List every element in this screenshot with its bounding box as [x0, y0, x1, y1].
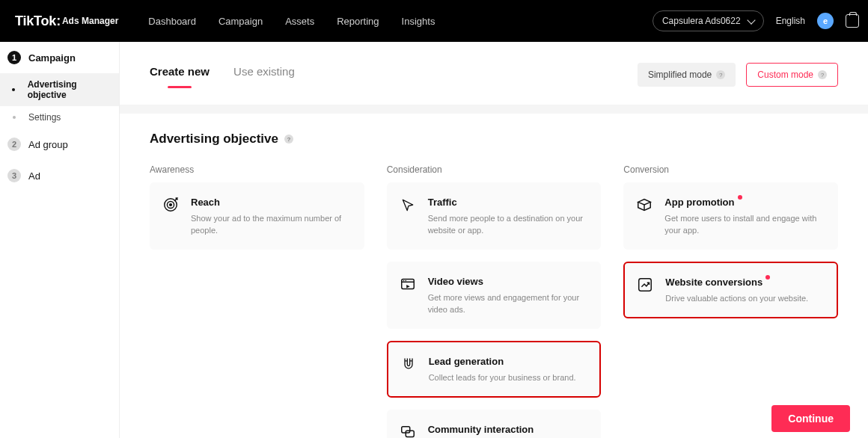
logo: TikTok: [15, 13, 61, 29]
step-number: 3 [7, 169, 21, 182]
objective-video-views[interactable]: Video views Get more views and engagemen… [387, 262, 602, 329]
step-ad[interactable]: 3 Ad [0, 160, 119, 191]
box-download-icon [635, 195, 654, 215]
step-label: Ad group [28, 139, 68, 150]
account-name: Capsulera Ads0622 [662, 16, 741, 26]
mode-switch-group: Simplified mode ? Custom mode ? [638, 63, 838, 87]
step-campaign[interactable]: 1 Campaign [0, 42, 119, 73]
objective-community-interaction[interactable]: Community interaction [387, 410, 602, 438]
mode-label: Simplified mode [648, 70, 712, 80]
step-label: Ad [28, 170, 40, 182]
cursor-icon [398, 195, 418, 215]
step-label: Campaign [28, 52, 76, 64]
nav-insights[interactable]: Insights [402, 16, 435, 27]
nav-reporting[interactable]: Reporting [337, 16, 379, 27]
objective-title: Video views [428, 276, 483, 287]
svg-point-4 [403, 280, 403, 281]
objective-desc: Get more views and engagement for your v… [428, 292, 590, 316]
substep-label: Advertising objective [28, 79, 111, 100]
top-nav: Dashboard Campaign Assets Reporting Insi… [148, 16, 435, 27]
simplified-mode-button[interactable]: Simplified mode ? [638, 63, 736, 87]
avatar-letter: e [823, 16, 828, 25]
svg-point-2 [170, 204, 172, 206]
chat-icon [398, 422, 418, 438]
custom-mode-button[interactable]: Custom mode ? [746, 63, 838, 87]
column-consideration: Consideration Traffic Send more people t… [387, 164, 602, 438]
substep-advertising-objective[interactable]: Advertising objective [0, 73, 119, 106]
column-conversion: Conversion App promotion Get more users … [623, 164, 838, 438]
tab-use-existing[interactable]: Use existing [233, 65, 295, 85]
step-number: 1 [7, 51, 21, 64]
mode-label: Custom mode [757, 70, 813, 80]
objective-website-conversions[interactable]: Website conversions Drive valuable actio… [623, 262, 838, 318]
trending-up-icon [635, 275, 655, 294]
nav-campaign[interactable]: Campaign [218, 16, 263, 27]
column-header: Consideration [387, 164, 602, 175]
magnet-icon [399, 354, 418, 374]
continue-button[interactable]: Continue [771, 405, 850, 432]
objective-app-promotion[interactable]: App promotion Get more users to install … [623, 182, 838, 250]
help-icon: ? [716, 70, 725, 79]
account-selector[interactable]: Capsulera Ads0622 [652, 10, 764, 31]
column-awareness: Awareness Reach Show your ad to the maxi… [150, 164, 364, 438]
dot-icon [7, 88, 20, 91]
tab-create-new[interactable]: Create new [150, 65, 210, 85]
footer-actions: Continue [771, 405, 850, 432]
svg-point-5 [405, 280, 406, 281]
dot-icon [7, 116, 21, 119]
top-bar: TikTok: Ads Manager Dashboard Campaign A… [0, 0, 868, 42]
language-selector[interactable]: English [776, 16, 805, 26]
objective-title: App promotion [664, 197, 734, 208]
inbox-icon[interactable] [846, 14, 859, 28]
main-content: Create new Use existing Simplified mode … [120, 42, 868, 438]
step-adgroup[interactable]: 2 Ad group [0, 129, 119, 160]
objective-traffic[interactable]: Traffic Send more people to a destinatio… [387, 182, 602, 250]
column-header: Awareness [150, 164, 364, 175]
objective-desc: Send more people to a destination on you… [428, 213, 590, 237]
top-right-group: Capsulera Ads0622 English e [652, 10, 859, 31]
section-title: Advertising objective ? [150, 132, 838, 146]
chevron-down-icon [747, 16, 755, 24]
avatar[interactable]: e [817, 13, 834, 29]
objective-title: Website conversions [665, 277, 762, 288]
objective-lead-generation[interactable]: Lead generation Collect leads for your b… [387, 341, 602, 398]
video-play-icon [398, 274, 418, 294]
column-header: Conversion [623, 164, 838, 175]
substep-label: Settings [28, 112, 61, 123]
substep-settings[interactable]: Settings [0, 106, 119, 129]
step-number: 2 [7, 138, 21, 151]
objective-reach[interactable]: Reach Show your ad to the maximum number… [150, 182, 364, 250]
nav-assets[interactable]: Assets [285, 16, 314, 27]
objective-title: Traffic [428, 197, 457, 208]
objective-desc: Drive valuable actions on your website. [665, 293, 808, 305]
left-steps-sidebar: 1 Campaign Advertising objective Setting… [0, 42, 120, 438]
nav-dashboard[interactable]: Dashboard [148, 16, 196, 27]
section-title-text: Advertising objective [150, 132, 278, 146]
target-icon [161, 195, 180, 215]
logo-subtitle: Ads Manager [62, 16, 118, 26]
objective-title: Lead generation [429, 356, 504, 367]
objective-desc: Get more users to install and engage wit… [664, 213, 827, 237]
help-icon: ? [818, 70, 827, 79]
objective-desc: Show your ad to the maximum number of pe… [191, 213, 353, 237]
objective-title: Reach [191, 197, 220, 208]
create-tabs: Create new Use existing [150, 65, 295, 85]
help-icon[interactable]: ? [284, 135, 293, 144]
objective-desc: Collect leads for your business or brand… [429, 372, 576, 384]
objective-title: Community interaction [428, 424, 534, 435]
